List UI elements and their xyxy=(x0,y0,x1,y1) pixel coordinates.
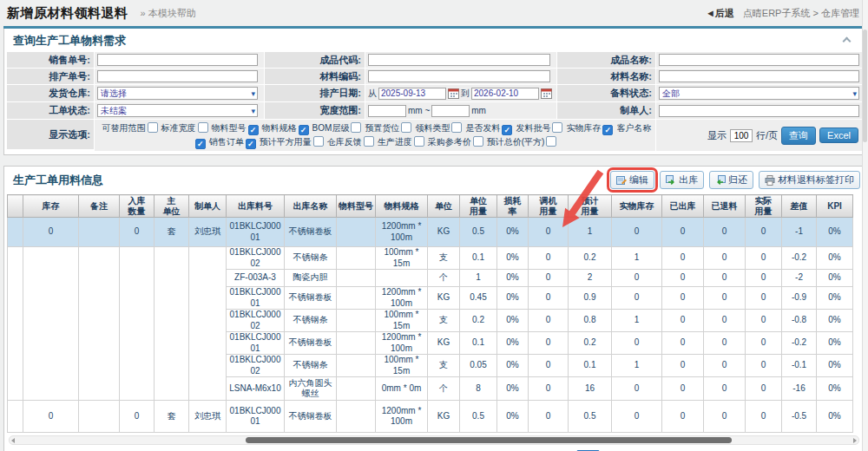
pagination-bar: 共52条/1页 首页 上页 下页 尾页 到 页 Go 第 1/1 页 xyxy=(4,447,864,451)
width-max-input[interactable] xyxy=(431,105,470,117)
table-cell: 个 xyxy=(428,377,460,401)
table-cell: 0 xyxy=(746,377,782,401)
module-help-link[interactable]: » 本模块帮助 xyxy=(141,7,196,20)
option-checkbox[interactable]: ✓ xyxy=(602,125,613,135)
table-cell: 0% xyxy=(497,287,529,310)
vertical-scrollbar[interactable] xyxy=(862,0,868,451)
breadcrumb-app[interactable]: 点晴ERP子系统 xyxy=(743,8,811,18)
collapse-icon[interactable] xyxy=(843,36,852,45)
option-checkbox[interactable] xyxy=(364,136,374,147)
prep-status-select[interactable]: 全部 xyxy=(659,87,859,100)
table-cell: 1 xyxy=(460,270,497,287)
toolbar-button-edit[interactable]: 编辑 xyxy=(610,171,654,189)
table-cell: 0% xyxy=(817,287,853,310)
option-checkbox[interactable] xyxy=(414,136,424,147)
scrollbar-thumb[interactable] xyxy=(246,437,732,443)
table-cell[interactable]: 01BKLCJ00002 xyxy=(227,310,285,332)
table-cell[interactable]: LSNA-M6x10 xyxy=(227,377,285,401)
table-cell: 0.5 xyxy=(569,401,612,433)
table-cell: 陶瓷内胆 xyxy=(285,270,337,287)
material-name-input[interactable] xyxy=(659,70,859,82)
product-name-input[interactable] xyxy=(659,54,859,66)
table-cell xyxy=(8,218,23,247)
toolbar-button-return[interactable]: 归还 xyxy=(709,171,753,189)
toolbar-button-print[interactable]: 材料退料标签打印 xyxy=(759,171,860,189)
option-checkbox[interactable]: ✓ xyxy=(502,125,512,135)
scroll-left-icon[interactable] xyxy=(11,438,15,443)
search-button[interactable]: 查询 xyxy=(781,127,816,145)
option-checkbox[interactable] xyxy=(473,136,483,147)
table-cell xyxy=(155,247,189,401)
option-checkbox[interactable] xyxy=(401,122,411,133)
table-cell: 不锈钢条 xyxy=(285,355,337,377)
maker-label: 制单人: xyxy=(557,102,655,119)
table-row[interactable]: 00套刘忠琪01BKLCJ00001不锈钢卷板1200mm * 100mKG0.… xyxy=(8,218,853,247)
wo-status-select[interactable]: 未结案 xyxy=(97,104,258,117)
horizontal-scrollbar[interactable] xyxy=(9,435,859,445)
table-cell xyxy=(337,270,376,287)
vertical-scrollbar-thumb[interactable] xyxy=(863,29,867,142)
table-cell[interactable]: 01BKLCJ00001 xyxy=(227,287,285,310)
table-cell: 0 xyxy=(704,310,746,332)
option-checkbox[interactable] xyxy=(313,136,324,147)
schedule-no-input[interactable] xyxy=(97,70,258,82)
product-name-label: 成品名称: xyxy=(557,52,655,68)
width-min-input[interactable] xyxy=(368,105,406,117)
table-cell[interactable]: 01BKLCJ00001 xyxy=(227,218,285,247)
option-checkbox[interactable]: ✓ xyxy=(248,125,259,135)
table-cell: 0 xyxy=(662,377,704,401)
table-cell: 1200mm * 100m xyxy=(376,332,428,355)
option-checkbox[interactable] xyxy=(451,122,462,133)
calendar-icon[interactable] xyxy=(541,88,552,99)
toolbar-button-outbound[interactable]: 出库 xyxy=(660,171,704,189)
scroll-right-icon[interactable] xyxy=(853,438,857,443)
display-options-label: 显示选项: xyxy=(7,120,94,149)
table-cell: 0 xyxy=(662,310,704,332)
table-row[interactable]: 01BKLCJ00002不锈钢条100mm * 15m支0.10%00.2100… xyxy=(8,247,853,270)
excel-button[interactable]: Excel xyxy=(819,127,858,143)
option-checkbox[interactable] xyxy=(148,122,158,133)
schedule-date-label: 排产日期: xyxy=(265,85,365,101)
warehouse-select[interactable]: 请选择 xyxy=(97,87,258,100)
option-label: 仓库反馈 xyxy=(327,137,362,147)
product-code-input[interactable] xyxy=(368,54,550,66)
table-cell xyxy=(8,247,23,401)
column-header: 物料规格 xyxy=(376,195,428,218)
page-size-input[interactable] xyxy=(730,129,753,142)
option-checkbox[interactable]: ✓ xyxy=(299,125,309,135)
table-cell: 0 xyxy=(120,401,155,433)
printer-icon xyxy=(765,175,775,186)
table-cell xyxy=(337,218,376,247)
date-to-input[interactable] xyxy=(471,88,539,100)
column-header: 出库名称 xyxy=(285,195,337,218)
table-cell[interactable]: 01BKLCJ00002 xyxy=(227,355,285,377)
option-label: BOM层级 xyxy=(312,123,350,133)
option-checkbox[interactable] xyxy=(198,122,208,133)
table-cell: 套 xyxy=(155,401,189,433)
table-cell: 0 xyxy=(704,270,746,287)
table-cell[interactable]: ZF-003A-3 xyxy=(227,270,285,287)
table-cell: 0% xyxy=(817,355,853,377)
option-label: 生产进度 xyxy=(378,137,412,147)
table-cell: 0 xyxy=(529,270,569,287)
table-cell: 0 xyxy=(612,332,662,355)
date-from-input[interactable] xyxy=(378,88,446,100)
table-cell: 不锈钢卷板 xyxy=(285,332,337,355)
maker-input[interactable] xyxy=(659,105,859,117)
option-checkbox[interactable] xyxy=(351,122,361,133)
material-code-input[interactable] xyxy=(368,70,550,82)
option-checkbox[interactable]: ✓ xyxy=(195,139,206,149)
option-checkbox[interactable]: ✓ xyxy=(246,139,256,149)
table-cell[interactable]: 01BKLCJ00001 xyxy=(227,401,285,433)
breadcrumb-section[interactable]: 仓库管理 xyxy=(821,8,859,18)
calendar-icon[interactable] xyxy=(448,88,459,99)
table-row[interactable]: 00套刘忠琪01BKLCJ00001不锈钢卷板1200mm * 100mKG0.… xyxy=(8,401,853,433)
back-link[interactable]: ◄后退 xyxy=(706,7,734,20)
table-cell[interactable]: 01BKLCJ00002 xyxy=(227,247,285,270)
option-checkbox[interactable] xyxy=(552,122,562,133)
option-checkbox[interactable] xyxy=(546,136,556,147)
table-cell xyxy=(337,401,376,433)
table-cell: 0mm * 0m xyxy=(376,377,428,401)
sales-no-input[interactable] xyxy=(97,54,258,66)
table-cell[interactable]: 01BKLCJ00001 xyxy=(227,332,285,355)
